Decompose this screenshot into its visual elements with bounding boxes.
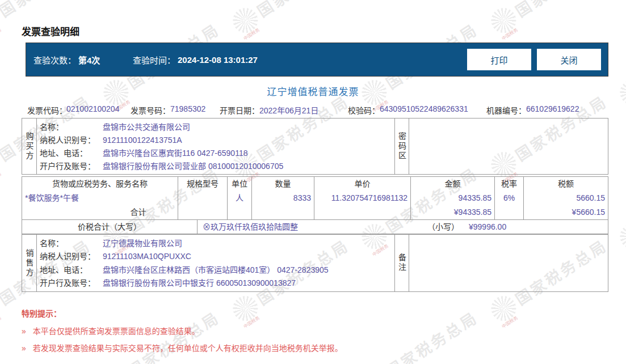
- buyer-name-label: 名称：: [37, 121, 103, 133]
- invoice-info-row: 发票代码： 021002100204 发票号码： 71985302 开票日期： …: [0, 104, 626, 116]
- summary-row: 价税合计（大写） ⊗玖万玖仟玖佰玖拾陆圆整 （小写） ¥99996.00: [22, 219, 608, 234]
- toolbar: 查验次数： 第4次 查验时间： 2024-12-08 13:01:27 打印 关…: [26, 43, 608, 77]
- machine-number-value: 661029619622: [526, 104, 579, 113]
- print-button[interactable]: 打印: [467, 49, 531, 70]
- buyer-taxid-label: 纳税人识别号：: [37, 134, 103, 146]
- item-spec: [178, 191, 228, 205]
- check-count-value: 第4次: [78, 54, 100, 66]
- total-tax: ¥5660.15: [524, 205, 608, 219]
- buyer-name-value: 盘锦市公共交通有限公司: [103, 121, 190, 133]
- invoice-number-label: 发票号码：: [131, 104, 170, 116]
- seller-bank-row: 开户行及账号： 盘锦银行股份有限公司中银支行 66005013090001382…: [37, 277, 394, 289]
- buyer-taxid-row: 纳税人识别号： 91211100122413751A: [37, 134, 394, 146]
- item-price: 11.320754716981132: [314, 191, 411, 205]
- seller-address-row: 地址、电话： 盘锦市兴隆台区庄林路西（市客运站四楼401室） 0427-2823…: [37, 264, 394, 276]
- note-line-2: » 若发现发票查验结果与实际交易不符，任何单位或个人有权拒收并向当地税务机关举报…: [22, 344, 343, 353]
- buyer-bank-row: 开户行及账号： 盘锦银行股份有限公司营业部 08100012010006705: [37, 160, 394, 172]
- seller-name-value: 辽宁德晟物业有限公司: [103, 237, 182, 249]
- col-header-tax: 税额: [524, 177, 608, 191]
- item-rate: 6%: [495, 191, 524, 205]
- seller-side-label: 销售方: [22, 235, 37, 291]
- seller-taxid-value: 91211103MA10QPUXXC: [103, 250, 191, 263]
- item-unit: 人: [228, 191, 252, 205]
- total-amount: ¥94335.85: [411, 205, 495, 219]
- total-price-empty: [314, 205, 411, 219]
- col-header-amount: 金额: [411, 177, 495, 191]
- seller-name-row: 名称： 辽宁德晟物业有限公司: [37, 237, 394, 249]
- note-text-2: 若发现发票查验结果与实际交易不符，任何单位或个人有权拒收并向当地税务机关举报。: [33, 344, 343, 353]
- item-amount: 94335.85: [411, 191, 495, 205]
- col-header-unit: 单位: [228, 177, 252, 191]
- item-name: *餐饮服务*午餐: [22, 191, 178, 205]
- check-time-value: 2024-12-08 13:01:27: [178, 55, 258, 65]
- buyer-address-label: 地址、电话：: [37, 147, 103, 159]
- buyer-address-row: 地址、电话： 盘锦市兴隆台区惠宾街116 0427-6590118: [37, 147, 394, 159]
- total-rate-empty: [495, 205, 524, 219]
- note-line-1: » 本平台仅提供所查询发票票面信息的查验结果。: [22, 327, 343, 336]
- total-spec-empty: [178, 205, 228, 219]
- col-header-qty: 数量: [252, 177, 314, 191]
- buyer-rows: 名称： 盘锦市公共交通有限公司 纳税人识别号： 9121110012241375…: [37, 118, 394, 174]
- buyer-taxid-value: 91211100122413751A: [103, 134, 182, 146]
- buyer-section: 购买方 名称： 盘锦市公共交通有限公司 纳税人识别号： 912111001224…: [22, 118, 608, 175]
- items-table: 货物或应税劳务、服务名称 规格型号 单位 数量 单价 金额 税率 税额 *餐饮服…: [22, 176, 608, 220]
- buyer-bank-label: 开户行及账号：: [37, 160, 103, 172]
- invoice-code-label: 发票代码：: [27, 104, 67, 116]
- seller-bank-label: 开户行及账号：: [37, 277, 103, 289]
- invoice-verification-page: 中国税务国家税务总局中国税务国家税务总局中国税务国家税务总局中国税务国家税务总局…: [0, 0, 626, 364]
- summary-lowercase-value: ¥99996.00: [469, 220, 506, 234]
- invoice-number-value: 71985302: [170, 104, 205, 113]
- seller-section: 销售方 名称： 辽宁德晟物业有限公司 纳税人识别号： 91211103MA10Q…: [22, 234, 608, 292]
- buyer-address-value: 盘锦市兴隆台区惠宾街116 0427-6590118: [103, 147, 247, 159]
- check-count-group: 查验次数： 第4次: [33, 43, 100, 76]
- issue-date-value: 2022年06月21日: [259, 104, 318, 116]
- summary-lowercase-label: （小写）: [427, 220, 459, 234]
- note-text-1: 本平台仅提供所查询发票票面信息的查验结果。: [33, 327, 200, 336]
- page-title: 发票查验明细: [22, 24, 79, 38]
- remark-area-label: 备注: [394, 235, 409, 291]
- summary-uppercase-value: ⊗玖万玖仟玖佰玖拾陆圆整: [203, 220, 298, 234]
- issue-date-label: 开票日期：: [220, 104, 259, 116]
- password-area-label: 密码区: [394, 118, 409, 174]
- item-tax: 5660.15: [524, 191, 608, 205]
- notes-title: 特别提示：: [22, 307, 343, 319]
- item-qty: 8333: [252, 191, 314, 205]
- seller-bank-value: 盘锦银行股份有限公司中银支行 660050130900013827: [103, 277, 296, 289]
- total-unit-empty: [228, 205, 252, 219]
- col-header-price: 单价: [314, 177, 411, 191]
- col-header-rate: 税率: [495, 177, 524, 191]
- password-area: [409, 118, 608, 174]
- seller-name-label: 名称：: [37, 237, 103, 249]
- summary-uppercase-label: 价税合计（大写）: [22, 220, 198, 234]
- buyer-name-row: 名称： 盘锦市公共交通有限公司: [37, 121, 394, 133]
- summary-values: ⊗玖万玖仟玖佰玖拾陆圆整 （小写） ¥99996.00: [198, 220, 608, 234]
- seller-taxid-label: 纳税人识别号：: [37, 250, 103, 263]
- machine-number-label: 机器编号：: [486, 104, 526, 116]
- seller-rows: 名称： 辽宁德晟物业有限公司 纳税人识别号： 91211103MA10QPUXX…: [37, 235, 394, 291]
- close-button[interactable]: 关闭: [537, 49, 601, 70]
- special-notes: 特别提示： » 本平台仅提供所查询发票票面信息的查验结果。 » 若发现发票查验结…: [22, 307, 343, 361]
- note-bullet-icon: »: [22, 327, 26, 336]
- check-time-group: 查验时间： 2024-12-08 13:01:27: [133, 43, 258, 76]
- invoice-code-value: 021002100204: [66, 104, 119, 113]
- invoice-title: 辽宁增值税普通发票: [0, 84, 626, 98]
- seller-taxid-row: 纳税人识别号： 91211103MA10QPUXXC: [37, 250, 394, 263]
- check-code-label: 校验码：: [348, 104, 380, 116]
- check-count-label: 查验次数：: [33, 54, 76, 66]
- col-header-spec: 规格型号: [178, 177, 228, 191]
- check-time-label: 查验时间：: [133, 54, 175, 66]
- seller-address-label: 地址、电话：: [37, 264, 103, 276]
- total-qty-empty: [252, 205, 314, 219]
- col-header-name: 货物或应税劳务、服务名称: [22, 177, 178, 191]
- total-label: 合计: [22, 205, 178, 219]
- check-code-value: 64309510522489626331: [380, 104, 468, 113]
- remark-area: [409, 235, 608, 291]
- note-bullet-icon: »: [22, 344, 26, 353]
- buyer-side-label: 购买方: [22, 118, 37, 174]
- buyer-bank-value: 盘锦银行股份有限公司营业部 08100012010006705: [103, 160, 283, 172]
- seller-address-value: 盘锦市兴隆台区庄林路西（市客运站四楼401室） 0427-2823905: [103, 264, 329, 276]
